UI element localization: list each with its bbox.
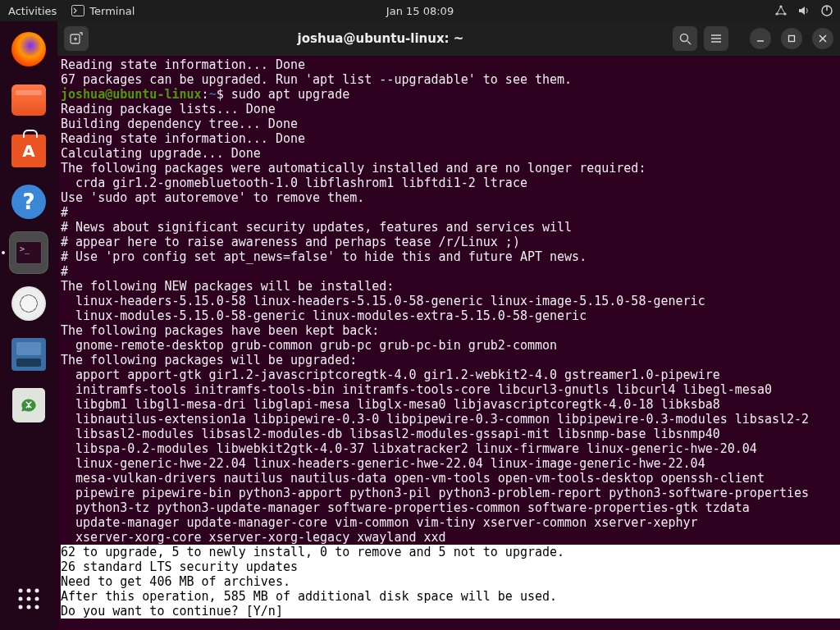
terminal-window: joshua@ubuntu-linux: ~ Reading state inf… bbox=[57, 21, 840, 630]
term-line: Calculating upgrade... Done bbox=[61, 146, 261, 161]
term-line: 67 packages can be upgraded. Run 'apt li… bbox=[61, 72, 572, 87]
disc-icon bbox=[11, 286, 46, 321]
term-line: gnome-remote-desktop grub-common grub-pc… bbox=[61, 338, 557, 353]
prompt-user: joshua@ubuntu-linux bbox=[61, 87, 202, 102]
svg-line-19 bbox=[687, 41, 691, 44]
prompt-command: sudo apt upgrade bbox=[231, 87, 350, 102]
term-line: initramfs-tools initramfs-tools-bin init… bbox=[61, 382, 772, 397]
gnome-top-bar: Activities Terminal Jan 15 08:09 bbox=[0, 0, 840, 21]
svg-point-7 bbox=[27, 589, 31, 593]
volume-icon[interactable] bbox=[797, 4, 810, 17]
term-line: Reading package lists... Done bbox=[61, 102, 276, 116]
svg-rect-0 bbox=[72, 6, 84, 16]
term-highlight-line: Need to get 406 MB of archives. bbox=[61, 574, 840, 589]
help-icon: ? bbox=[11, 185, 46, 219]
term-prompt-continue[interactable]: Do you want to continue? [Y/n] bbox=[61, 604, 840, 619]
term-line: linux-headers-5.15.0-58 linux-headers-5.… bbox=[61, 294, 705, 308]
trash-icon bbox=[12, 388, 45, 422]
term-line: libspa-0.2-modules libwebkit2gtk-4.0-37 … bbox=[61, 441, 757, 456]
term-line: Use 'sudo apt autoremove' to remove them… bbox=[61, 190, 364, 205]
prompt-sep: : bbox=[202, 87, 209, 102]
window-titlebar[interactable]: joshua@ubuntu-linux: ~ bbox=[57, 21, 840, 56]
minimize-icon bbox=[756, 34, 765, 43]
terminal-app-icon bbox=[9, 231, 48, 274]
term-line: # Use 'pro config set apt_news=false' to… bbox=[61, 249, 587, 264]
window-title: joshua@ubuntu-linux: ~ bbox=[95, 31, 666, 46]
svg-point-8 bbox=[35, 589, 39, 593]
app-menu[interactable]: Terminal bbox=[71, 5, 135, 17]
maximize-button[interactable] bbox=[781, 28, 802, 49]
minimize-button[interactable] bbox=[750, 28, 771, 49]
search-icon bbox=[678, 32, 692, 45]
clock[interactable]: Jan 15 08:09 bbox=[386, 5, 454, 17]
firefox-icon bbox=[11, 32, 46, 66]
dock-help[interactable]: ? bbox=[9, 182, 48, 221]
term-highlight-line: 26 standard LTS security updates bbox=[61, 559, 840, 574]
dock-disks[interactable] bbox=[9, 335, 48, 374]
terminal-icon bbox=[71, 5, 84, 16]
software-icon bbox=[11, 135, 46, 167]
term-line: Building dependency tree... Done bbox=[61, 116, 298, 131]
term-line: The following packages will be upgraded: bbox=[61, 353, 357, 368]
terminal-viewport[interactable]: Reading state information... Done 67 pac… bbox=[57, 56, 840, 630]
term-line: libgbm1 libgl1-mesa-dri libglapi-mesa li… bbox=[61, 397, 720, 412]
grid-icon bbox=[15, 585, 43, 613]
term-line: mesa-vulkan-drivers nautilus nautilus-da… bbox=[61, 471, 765, 486]
svg-point-10 bbox=[27, 597, 31, 601]
term-line: update-manager update-manager-core vim-c… bbox=[61, 515, 698, 530]
new-tab-icon bbox=[70, 32, 83, 45]
dock-files[interactable] bbox=[9, 80, 48, 120]
network-icon[interactable] bbox=[774, 4, 788, 17]
svg-point-9 bbox=[19, 597, 23, 601]
disks-icon bbox=[11, 338, 46, 371]
term-line: Reading state information... Done bbox=[61, 131, 305, 146]
svg-point-11 bbox=[35, 597, 39, 601]
term-line: crda gir1.2-gnomebluetooth-1.0 libflashr… bbox=[61, 176, 527, 190]
term-line: apport apport-gtk gir1.2-javascriptcoreg… bbox=[61, 368, 720, 382]
dock-terminal[interactable] bbox=[9, 233, 48, 272]
prompt-sigil: $ bbox=[217, 87, 224, 102]
svg-point-6 bbox=[19, 589, 23, 593]
term-line: Reading state information... Done bbox=[61, 57, 305, 72]
term-line: The following packages have been kept ba… bbox=[61, 323, 379, 338]
new-tab-button[interactable] bbox=[64, 26, 89, 51]
term-line: # bbox=[61, 205, 68, 220]
dock-firefox[interactable] bbox=[9, 30, 48, 69]
term-line: libsasl2-modules libsasl2-modules-db lib… bbox=[61, 427, 720, 441]
maximize-icon bbox=[787, 34, 797, 43]
term-line: xserver-xorg-core xserver-xorg-legacy xw… bbox=[61, 530, 446, 545]
dock-trash[interactable] bbox=[9, 386, 48, 425]
term-highlight-line: 62 to upgrade, 5 to newly install, 0 to … bbox=[61, 545, 840, 559]
term-line: # appear here to raise awareness and per… bbox=[61, 235, 520, 249]
prompt-path: ~ bbox=[209, 87, 217, 102]
svg-point-13 bbox=[27, 605, 31, 609]
term-line: The following packages were automaticall… bbox=[61, 161, 646, 176]
term-highlight-line: After this operation, 585 MB of addition… bbox=[61, 589, 840, 604]
term-line: # News about significant security update… bbox=[61, 220, 572, 235]
ubuntu-dock: ? bbox=[0, 21, 57, 630]
term-line: python3-tz python3-update-manager softwa… bbox=[61, 500, 750, 515]
power-icon[interactable] bbox=[820, 4, 833, 17]
svg-rect-24 bbox=[789, 36, 795, 42]
hamburger-menu-button[interactable] bbox=[704, 26, 728, 51]
close-button[interactable] bbox=[812, 28, 833, 49]
svg-point-14 bbox=[35, 605, 39, 609]
svg-point-12 bbox=[19, 605, 23, 609]
term-line: The following NEW packages will be insta… bbox=[61, 279, 394, 294]
show-applications-button[interactable] bbox=[9, 579, 48, 619]
svg-point-18 bbox=[681, 34, 688, 42]
hamburger-icon bbox=[710, 32, 723, 45]
term-line: # bbox=[61, 264, 68, 279]
activities-button[interactable]: Activities bbox=[8, 5, 57, 17]
term-line: linux-modules-5.15.0-58-generic linux-mo… bbox=[61, 308, 587, 323]
close-icon bbox=[818, 34, 828, 43]
dock-disc[interactable] bbox=[9, 284, 48, 323]
app-menu-label: Terminal bbox=[89, 5, 135, 17]
files-icon bbox=[11, 84, 46, 116]
term-line: pipewire pipewire-bin python3-apport pyt… bbox=[61, 486, 809, 500]
term-line: libnautilus-extension1a libpipewire-0.3-… bbox=[61, 412, 809, 427]
term-line: linux-generic-hwe-22.04 linux-headers-ge… bbox=[61, 456, 705, 471]
search-button[interactable] bbox=[673, 26, 697, 51]
dock-software[interactable] bbox=[9, 131, 48, 171]
